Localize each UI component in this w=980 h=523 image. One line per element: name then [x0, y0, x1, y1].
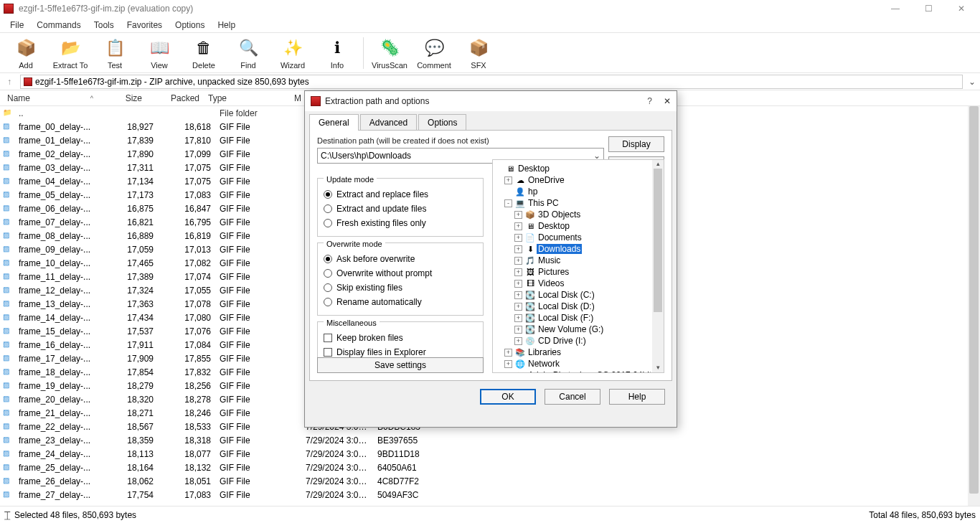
expand-icon[interactable]: +: [504, 176, 512, 184]
vertical-scrollbar[interactable]: [968, 106, 980, 506]
image-icon: ▨: [3, 354, 13, 364]
tree-node[interactable]: 👤hp: [494, 186, 662, 197]
tree-scrollbar[interactable]: ▴ ▾: [652, 160, 664, 372]
tab-advanced[interactable]: Advanced: [360, 114, 417, 131]
tool-find[interactable]: 🔍Find: [227, 37, 270, 70]
scroll-up-icon[interactable]: ▴: [652, 160, 664, 169]
radio-option[interactable]: Ask before overwrite: [324, 252, 477, 266]
col-type[interactable]: Type: [204, 93, 290, 103]
help-button[interactable]: Help: [609, 389, 665, 405]
tool-virusscan[interactable]: 🦠VirusScan: [368, 37, 411, 70]
expand-icon[interactable]: +: [514, 337, 522, 345]
file-row[interactable]: ▨frame_27_delay-...17,75417,083GIF File7…: [0, 488, 980, 501]
dialog-close-icon[interactable]: ✕: [664, 96, 671, 106]
menu-favorites[interactable]: Favorites: [121, 19, 168, 32]
scroll-down-icon[interactable]: ▾: [652, 364, 664, 372]
tree-node[interactable]: +📚Libraries: [494, 347, 662, 358]
tree-node[interactable]: +💽Local Disk (C:): [494, 289, 662, 301]
tree-node[interactable]: 🖥Desktop: [494, 163, 662, 174]
expand-icon[interactable]: +: [514, 245, 522, 253]
tool-extract-to[interactable]: 📂Extract To: [49, 37, 92, 70]
tab-options[interactable]: Options: [418, 114, 466, 131]
expand-icon[interactable]: +: [514, 314, 522, 322]
dialog-titlebar[interactable]: Extraction path and options ? ✕: [305, 91, 677, 111]
expand-icon[interactable]: +: [504, 349, 512, 357]
tree-node[interactable]: +⬇Downloads: [494, 243, 662, 255]
radio-option[interactable]: Extract and replace files: [324, 187, 477, 202]
image-icon: ▨: [3, 463, 13, 473]
folder-icon: 📁: [3, 108, 13, 118]
tree-node[interactable]: +🎵Music: [494, 255, 662, 266]
tree-icon: 👤: [515, 187, 525, 197]
close-icon[interactable]: ✕: [951, 4, 971, 14]
expand-icon[interactable]: +: [514, 280, 522, 288]
menu-file[interactable]: File: [4, 19, 29, 32]
tree-node[interactable]: +🎞Videos: [494, 278, 662, 289]
display-button[interactable]: Display: [608, 136, 664, 152]
tool-comment[interactable]: 💬Comment: [413, 37, 456, 70]
file-row[interactable]: ▨frame_23_delay-...18,35918,318GIF File7…: [0, 433, 980, 447]
tree-node[interactable]: +🌐Network: [494, 358, 662, 369]
tree-node[interactable]: +💿CD Drive (I:): [494, 335, 662, 347]
expand-icon[interactable]: +: [514, 211, 522, 219]
tree-node[interactable]: +☁OneDrive: [494, 174, 662, 186]
tool-add[interactable]: 📦Add: [4, 37, 47, 70]
radio-option[interactable]: Rename automatically: [324, 295, 477, 309]
app-icon: [3, 3, 14, 14]
expand-icon[interactable]: +: [514, 326, 522, 334]
menu-tools[interactable]: Tools: [88, 19, 120, 32]
save-settings-button[interactable]: Save settings: [317, 357, 484, 373]
tool-test[interactable]: 📋Test: [93, 37, 136, 70]
expand-icon[interactable]: -: [504, 199, 512, 207]
tool-info[interactable]: ℹInfo: [316, 37, 359, 70]
tree-node[interactable]: +💽New Volume (G:): [494, 324, 662, 335]
tree-node[interactable]: +📦3D Objects: [494, 209, 662, 220]
menu-commands[interactable]: Commands: [31, 19, 86, 32]
tool-wizard[interactable]: ✨Wizard: [271, 37, 314, 70]
minimize-icon[interactable]: —: [885, 4, 905, 14]
radio-option[interactable]: Overwrite without prompt: [324, 266, 477, 281]
toggle-icon[interactable]: ⌶: [4, 509, 10, 521]
chevron-down-icon[interactable]: ⌄: [967, 77, 977, 87]
checkbox-option[interactable]: Keep broken files: [324, 331, 477, 345]
tool-view[interactable]: 📖View: [138, 37, 181, 70]
expand-icon[interactable]: +: [504, 360, 512, 368]
tree-node[interactable]: +💽Local Disk (F:): [494, 312, 662, 324]
tool-sfx[interactable]: 📦SFX: [457, 37, 500, 70]
path-input[interactable]: ezgif-1-5ffe1e67f3-gif-im.zip - ZIP arch…: [20, 75, 963, 89]
virusscan-icon: 🦠: [378, 37, 401, 60]
col-name[interactable]: Name: [3, 93, 96, 103]
expand-icon[interactable]: +: [514, 291, 522, 299]
expand-icon[interactable]: +: [514, 222, 522, 230]
tree-node[interactable]: +🖼Pictures: [494, 266, 662, 278]
radio-option[interactable]: Extract and update files: [324, 202, 477, 216]
up-icon[interactable]: ↑: [3, 77, 16, 87]
radio-option[interactable]: Skip existing files: [324, 281, 477, 295]
help-icon[interactable]: ?: [647, 96, 652, 106]
file-row[interactable]: ▨frame_25_delay-...18,16418,132GIF File7…: [0, 461, 980, 474]
menu-options[interactable]: Options: [169, 19, 210, 32]
tool-delete[interactable]: 🗑Delete: [182, 37, 225, 70]
expand-icon[interactable]: +: [514, 257, 522, 265]
menu-help[interactable]: Help: [212, 19, 241, 32]
tree-node[interactable]: +📄Documents: [494, 232, 662, 243]
expand-icon[interactable]: +: [514, 268, 522, 276]
tree-node[interactable]: +🖥Desktop: [494, 220, 662, 232]
maximize-icon[interactable]: ☐: [918, 4, 938, 14]
radio-option[interactable]: Fresh existing files only: [324, 216, 477, 230]
image-icon: ▨: [3, 204, 13, 214]
cancel-button[interactable]: Cancel: [545, 389, 600, 405]
tree-node[interactable]: 📁AdobePhotoshop CC 2017 64bit: [494, 369, 662, 373]
expand-icon[interactable]: +: [514, 303, 522, 311]
ok-button[interactable]: OK: [480, 389, 536, 405]
col-packed[interactable]: Packed: [146, 93, 204, 103]
tab-general[interactable]: General: [309, 114, 359, 131]
tree-icon: 💽: [525, 314, 535, 323]
folder-tree[interactable]: 🖥Desktop+☁OneDrive👤hp-💻This PC+📦3D Objec…: [492, 159, 664, 373]
col-size[interactable]: Size: [96, 93, 146, 103]
file-row[interactable]: ▨frame_26_delay-...18,06218,051GIF File7…: [0, 474, 980, 488]
file-row[interactable]: ▨frame_24_delay-...18,11318,077GIF File7…: [0, 447, 980, 461]
expand-icon[interactable]: +: [514, 234, 522, 242]
tree-node[interactable]: +💽Local Disk (D:): [494, 301, 662, 312]
tree-node[interactable]: -💻This PC: [494, 197, 662, 209]
